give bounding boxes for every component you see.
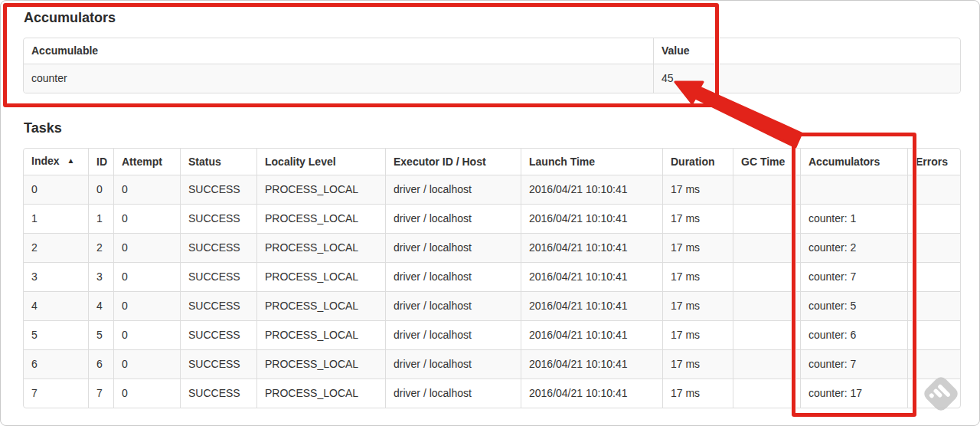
cell-locality_level: PROCESS_LOCAL: [256, 175, 385, 204]
cell-index: 3: [24, 262, 88, 291]
header-row: AccumulableValue: [24, 38, 960, 64]
cell-launch_time: 2016/04/21 10:10:41: [521, 233, 662, 262]
column-header-errors[interactable]: Errors: [907, 149, 960, 175]
cell-errors: [907, 175, 960, 204]
task-row: 440SUCCESSPROCESS_LOCALdriver / localhos…: [24, 291, 960, 320]
cell-executor_id_host: driver / localhost: [385, 378, 521, 408]
column-header-value[interactable]: Value: [653, 38, 960, 64]
cell-id: 5: [88, 320, 113, 349]
cell-duration: 17 ms: [662, 291, 733, 320]
column-header-launch_time[interactable]: Launch Time: [521, 149, 662, 175]
column-header-accumulable[interactable]: Accumulable: [24, 38, 653, 64]
cell-index: 7: [24, 378, 88, 408]
task-row: 660SUCCESSPROCESS_LOCALdriver / localhos…: [24, 349, 960, 378]
column-header-index[interactable]: Index▲: [24, 149, 88, 175]
cell-attempt: 0: [113, 175, 180, 204]
cell-executor_id_host: driver / localhost: [385, 175, 521, 204]
task-row: 110SUCCESSPROCESS_LOCALdriver / localhos…: [24, 204, 960, 233]
cell-status: SUCCESS: [180, 175, 256, 204]
cell-index: 4: [24, 291, 88, 320]
cell-status: SUCCESS: [180, 291, 256, 320]
spark-stage-page: Accumulators AccumulableValuecounter45 T…: [0, 0, 980, 426]
cell-locality_level: PROCESS_LOCAL: [256, 262, 385, 291]
cell-locality_level: PROCESS_LOCAL: [256, 378, 385, 408]
cell-duration: 17 ms: [662, 320, 733, 349]
column-header-id[interactable]: ID: [88, 149, 113, 175]
cell-accumulable: counter: [24, 64, 653, 93]
column-header-executor_id_host[interactable]: Executor ID / Host: [385, 149, 521, 175]
cell-gc_time: [733, 262, 800, 291]
cell-gc_time: [733, 378, 800, 408]
cell-launch_time: 2016/04/21 10:10:41: [521, 291, 662, 320]
cell-status: SUCCESS: [180, 349, 256, 378]
cell-status: SUCCESS: [180, 378, 256, 408]
cell-launch_time: 2016/04/21 10:10:41: [521, 378, 662, 408]
cell-status: SUCCESS: [180, 204, 256, 233]
cell-errors: [907, 262, 960, 291]
cell-locality_level: PROCESS_LOCAL: [256, 291, 385, 320]
cell-accumulators: counter: 1: [800, 204, 907, 233]
accumulator-row: counter45: [24, 64, 960, 93]
accumulators-section: Accumulators AccumulableValuecounter45: [23, 10, 959, 93]
cell-status: SUCCESS: [180, 233, 256, 262]
task-row: 000SUCCESSPROCESS_LOCALdriver / localhos…: [24, 175, 960, 204]
cell-accumulators: [800, 175, 907, 204]
cell-index: 5: [24, 320, 88, 349]
column-header-status[interactable]: Status: [180, 149, 256, 175]
cell-executor_id_host: driver / localhost: [385, 204, 521, 233]
cell-duration: 17 ms: [662, 378, 733, 408]
cell-gc_time: [733, 320, 800, 349]
cell-duration: 17 ms: [662, 204, 733, 233]
cell-launch_time: 2016/04/21 10:10:41: [521, 349, 662, 378]
cell-locality_level: PROCESS_LOCAL: [256, 233, 385, 262]
cell-id: 0: [88, 175, 113, 204]
cell-errors: [907, 291, 960, 320]
cell-launch_time: 2016/04/21 10:10:41: [521, 262, 662, 291]
cell-id: 4: [88, 291, 113, 320]
tasks-heading: Tasks: [24, 120, 959, 136]
cell-executor_id_host: driver / localhost: [385, 291, 521, 320]
cell-id: 2: [88, 233, 113, 262]
accumulators-table: AccumulableValuecounter45: [23, 38, 961, 93]
cell-index: 6: [24, 349, 88, 378]
feedly-logo-icon: [921, 374, 961, 414]
cell-id: 7: [88, 378, 113, 408]
header-row: Index▲IDAttemptStatusLocality LevelExecu…: [24, 149, 960, 175]
column-header-attempt[interactable]: Attempt: [113, 149, 180, 175]
accumulators-heading: Accumulators: [24, 10, 959, 26]
cell-duration: 17 ms: [662, 175, 733, 204]
cell-status: SUCCESS: [180, 320, 256, 349]
cell-launch_time: 2016/04/21 10:10:41: [521, 320, 662, 349]
watermark: [921, 374, 961, 414]
tasks-section: Tasks Index▲IDAttemptStatusLocality Leve…: [23, 120, 959, 408]
sort-ascending-icon: ▲: [67, 156, 75, 165]
task-row: 330SUCCESSPROCESS_LOCALdriver / localhos…: [24, 262, 960, 291]
tasks-table: Index▲IDAttemptStatusLocality LevelExecu…: [23, 148, 961, 408]
cell-id: 3: [88, 262, 113, 291]
cell-id: 6: [88, 349, 113, 378]
cell-gc_time: [733, 291, 800, 320]
cell-locality_level: PROCESS_LOCAL: [256, 320, 385, 349]
cell-accumulators: counter: 7: [800, 262, 907, 291]
cell-attempt: 0: [113, 349, 180, 378]
column-header-duration[interactable]: Duration: [662, 149, 733, 175]
cell-accumulators: counter: 2: [800, 233, 907, 262]
cell-attempt: 0: [113, 262, 180, 291]
task-row: 770SUCCESSPROCESS_LOCALdriver / localhos…: [24, 378, 960, 408]
task-row: 550SUCCESSPROCESS_LOCALdriver / localhos…: [24, 320, 960, 349]
cell-attempt: 0: [113, 378, 180, 408]
column-header-gc_time[interactable]: GC Time: [733, 149, 800, 175]
column-header-locality_level[interactable]: Locality Level: [256, 149, 385, 175]
cell-locality_level: PROCESS_LOCAL: [256, 349, 385, 378]
column-header-accumulators[interactable]: Accumulators: [800, 149, 907, 175]
cell-index: 2: [24, 233, 88, 262]
cell-executor_id_host: driver / localhost: [385, 233, 521, 262]
cell-attempt: 0: [113, 233, 180, 262]
cell-id: 1: [88, 204, 113, 233]
cell-accumulators: counter: 6: [800, 320, 907, 349]
cell-accumulators: counter: 7: [800, 349, 907, 378]
cell-value: 45: [653, 64, 960, 93]
cell-index: 1: [24, 204, 88, 233]
cell-executor_id_host: driver / localhost: [385, 349, 521, 378]
cell-status: SUCCESS: [180, 262, 256, 291]
